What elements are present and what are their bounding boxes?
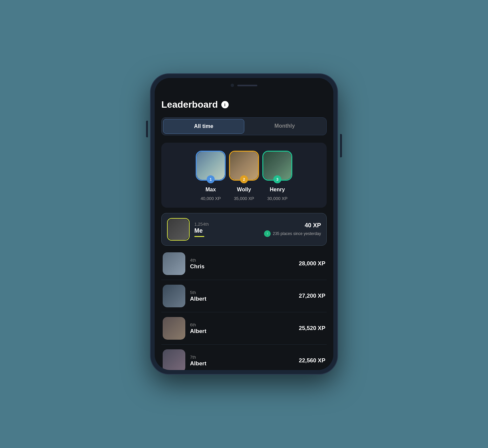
my-xp: 40 XP <box>264 222 321 229</box>
podium-xp-1: 40,000 XP <box>201 196 221 201</box>
podium-item-3: 3 Henry 30,000 XP <box>262 151 292 201</box>
list-name-7: Albert <box>190 360 294 367</box>
list-info-4: 4th Chris <box>190 258 294 270</box>
my-rank-row[interactable]: 1,254th Me 40 XP ↑ 235 places since yest… <box>161 213 327 246</box>
podium-item-1: 1 Max 40,000 XP <box>196 151 226 201</box>
rank-badge-1: 1 <box>207 175 215 183</box>
list-row-4[interactable]: 4th Chris 28,000 XP <box>161 248 327 280</box>
podium-name-2: Wolly <box>237 187 251 193</box>
phone-frame: Leaderboard i All time Monthly 1 <box>151 74 337 374</box>
podium-name-1: Max <box>205 187 216 193</box>
page-title: Leaderboard <box>161 99 218 110</box>
list-xp-5: 27,200 XP <box>299 293 325 299</box>
scroll-content[interactable]: Leaderboard i All time Monthly 1 <box>155 93 333 370</box>
camera-dot <box>231 84 234 87</box>
notch <box>222 81 266 90</box>
tab-all-time[interactable]: All time <box>163 119 244 134</box>
list-rank-7: 7th <box>190 355 294 360</box>
speaker-bar <box>237 85 257 86</box>
avatar-chris <box>163 252 185 275</box>
my-rank-line <box>194 236 204 237</box>
avatar-albert2 <box>163 317 185 340</box>
avatar-wrap-3: 3 <box>262 151 292 181</box>
my-name: Me <box>194 227 259 234</box>
podium-xp-3: 30,000 XP <box>267 196 288 201</box>
avatar-wrap-2: 2 <box>229 151 259 181</box>
my-rank-info: 1,254th Me <box>194 222 259 237</box>
list-name-5: Albert <box>190 296 294 302</box>
podium-item-2: 2 Wolly 35,000 XP <box>229 151 259 201</box>
list-info-7: 7th Albert <box>190 355 294 367</box>
my-avatar-img <box>168 219 189 240</box>
podium-card: 1 Max 40,000 XP 2 Wolly 35,000 XP <box>161 143 327 208</box>
my-xp-col: 40 XP ↑ 235 places since yesterday <box>264 222 321 237</box>
list-xp-4: 28,000 XP <box>299 260 325 267</box>
rank-badge-2: 2 <box>240 175 248 183</box>
list-info-6: 6th Albert <box>190 322 294 335</box>
podium-name-3: Henry <box>270 187 285 193</box>
list-row-6[interactable]: 6th Albert 25,520 XP <box>161 312 327 345</box>
progress-text: 235 places since yesterday <box>273 231 321 236</box>
list-rank-4: 4th <box>190 258 294 263</box>
list-xp-7: 22,560 XP <box>299 357 325 364</box>
list-rank-5: 5th <box>190 290 294 295</box>
title-row: Leaderboard i <box>161 99 327 110</box>
list-name-6: Albert <box>190 328 294 335</box>
my-progress: ↑ 235 places since yesterday <box>264 230 321 237</box>
avatar-albert3 <box>163 349 185 370</box>
avatar-albert1 <box>163 285 185 307</box>
my-rank-num: 1,254th <box>194 222 259 227</box>
my-avatar-wrap <box>167 218 190 241</box>
phone-screen: Leaderboard i All time Monthly 1 <box>155 78 333 370</box>
list-name-4: Chris <box>190 263 294 270</box>
up-arrow-icon: ↑ <box>264 230 271 237</box>
tab-switcher: All time Monthly <box>161 117 327 135</box>
list-row-7[interactable]: 7th Albert 22,560 XP <box>161 345 327 370</box>
status-bar <box>155 78 333 93</box>
list-xp-6: 25,520 XP <box>299 325 325 332</box>
list-row-5[interactable]: 5th Albert 27,200 XP <box>161 280 327 312</box>
my-avatar <box>167 218 190 241</box>
info-icon[interactable]: i <box>221 101 229 108</box>
list-rank-6: 6th <box>190 322 294 327</box>
avatar-wrap-1: 1 <box>196 151 226 181</box>
list-info-5: 5th Albert <box>190 290 294 302</box>
podium-xp-2: 35,000 XP <box>234 196 254 201</box>
rank-badge-3: 3 <box>273 175 281 183</box>
tab-monthly[interactable]: Monthly <box>244 119 325 134</box>
